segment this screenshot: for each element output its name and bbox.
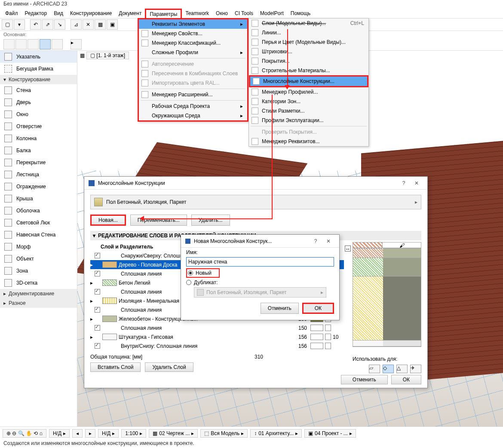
nd-2[interactable]: Н/Д ▸ [98, 429, 119, 438]
checkbox[interactable] [95, 307, 100, 313]
checkbox[interactable] [95, 289, 100, 295]
menu-item-environment[interactable]: Окружающая Среда▸ [139, 111, 247, 120]
layer-row-inner-bottom[interactable]: Внутри/Снизу: Сплошная линия156 [90, 341, 344, 350]
rename-composite-button[interactable]: Переименовать... [130, 215, 187, 226]
tool-slab[interactable]: Перекрытие [0, 156, 77, 169]
menu-item-complex-profiles[interactable]: Сложные Профили▸ [139, 48, 247, 57]
menu-item-classification-manager[interactable]: Менеджер Классификаций... [139, 38, 247, 48]
tab-floor1[interactable]: ▢ [1. 1-й этаж] [86, 52, 129, 59]
radio-duplicate[interactable]: Дубликат: [186, 279, 334, 285]
submenu-operation-profiles[interactable]: Профили Эксплуатации... [249, 116, 368, 125]
tool-wall[interactable]: Стена [0, 84, 77, 96]
submenu-composites[interactable]: Многослойные Конструкции... [249, 75, 368, 87]
measure-icon[interactable]: ⊿ [71, 19, 82, 30]
composite-name-input[interactable] [186, 257, 334, 267]
subtool-3-icon[interactable] [28, 39, 39, 49]
menu-view[interactable]: Вид [50, 9, 67, 18]
new-icon[interactable]: ▢ [2, 19, 13, 30]
undo-icon[interactable]: ↶ [30, 19, 41, 30]
composite-selector[interactable]: Пол Бетонный, Изоляция, Паркет ▸ [90, 195, 421, 209]
tool-skylight[interactable]: Световой Люк [0, 217, 77, 229]
menu-modelport[interactable]: ModelPort [257, 9, 287, 18]
menu-teamwork[interactable]: Teamwork [182, 9, 212, 18]
submenu-pens[interactable]: Перья и Цвет (Модельные Виды)... [249, 37, 368, 47]
grid-icon[interactable]: ▦ [95, 19, 106, 30]
tool-group-document[interactable]: ▸Документирование [0, 289, 77, 298]
redo-icon[interactable]: ⇗ [42, 19, 53, 30]
new-composite-button[interactable]: Новая... [90, 215, 126, 226]
submenu-profile-manager[interactable]: Менеджер Профилей... [249, 87, 368, 97]
checkbox[interactable] [95, 253, 100, 258]
menu-item-addon-manager[interactable]: Менеджер Расширений... [139, 90, 247, 99]
submenu-building-materials[interactable]: Строительные Материалы... [249, 66, 368, 75]
use-shell-icon[interactable]: ✈ [410, 365, 421, 373]
menu-item-property-manager[interactable]: Менеджер Свойств... [139, 29, 247, 38]
use-wall-icon[interactable]: ▱ [369, 365, 380, 373]
tool-object[interactable]: Объект [0, 253, 77, 265]
tool-mesh[interactable]: 3D-сетка [0, 277, 77, 289]
tool-window[interactable]: Окно [0, 108, 77, 120]
submenu-layers[interactable]: Слои (Модельные Виды)...Ctrl+L [249, 18, 368, 28]
help-button[interactable]: ? [309, 238, 322, 244]
checkbox[interactable] [95, 271, 100, 276]
tool-beam[interactable]: Балка [0, 144, 77, 156]
open-icon[interactable]: ▾ [14, 19, 25, 30]
drawing-dropdown[interactable]: ▦ 02 Чертеж ... ▸ [149, 429, 198, 438]
delete-composite-button[interactable]: Удалить... [191, 215, 230, 226]
nd-1[interactable]: Н/Д ▸ [49, 429, 70, 438]
help-button[interactable]: ? [397, 180, 410, 186]
layer-row-plaster[interactable]: ▸Штукатурка - Гипсовая15610 [90, 332, 344, 341]
tool-morph[interactable]: Морф [0, 241, 77, 253]
composites-cancel-button[interactable]: Отменить [341, 375, 388, 384]
menu-parameters[interactable]: Параметры [145, 9, 182, 18]
tool-group-misc[interactable]: ▸Разное [0, 298, 77, 308]
use-roof-icon[interactable]: △ [396, 365, 408, 373]
tool-railing[interactable]: Ограждение [0, 181, 77, 193]
submenu-surfaces[interactable]: Покрытия... [249, 56, 368, 66]
composites-ok-button[interactable]: ОК [391, 375, 421, 384]
tool-stair[interactable]: Лестница [0, 169, 77, 181]
menu-item-work-environment[interactable]: Рабочая Среда Проекта▸ [139, 101, 247, 111]
submenu-markup-styles[interactable]: Стили Разметки... [249, 106, 368, 116]
tool-group-construct[interactable]: ▾Конструирование [0, 75, 77, 84]
tool-column[interactable]: Колонна [0, 132, 77, 144]
checkbox[interactable] [95, 343, 100, 349]
menu-file[interactable]: Файл [2, 9, 21, 18]
submenu-zone-categories[interactable]: Категории Зон... [249, 97, 368, 106]
zoom-tools[interactable]: ⊕ ⊖ 🔍 ✋ ⟲ ⌂ [3, 429, 46, 438]
checkbox[interactable] [95, 325, 100, 331]
pick-icon[interactable]: ↘ [54, 19, 65, 30]
new-dialog-ok-button[interactable]: ОК [302, 303, 334, 314]
tool-pointer[interactable]: Указатель [0, 51, 77, 63]
tool-curtainwall[interactable]: Навесная Стена [0, 229, 77, 241]
use-slab-icon[interactable]: ◇ [383, 365, 394, 373]
subtool-2-icon[interactable] [15, 39, 27, 49]
menu-citools[interactable]: CI Tools [231, 9, 257, 18]
subtool-pointer-icon[interactable]: ▸ [71, 39, 82, 49]
radio-new[interactable]: Новый [186, 268, 220, 278]
tool-opening[interactable]: Отверстие [0, 120, 77, 132]
remove-layer-button[interactable]: Удалить Слой [145, 362, 193, 372]
submenu-lines[interactable]: Линии... [249, 28, 368, 37]
close-button[interactable]: ✕ [322, 238, 335, 244]
tab-grid-icon[interactable]: ▦ [80, 52, 85, 58]
menu-construct[interactable]: Конструирование [67, 9, 115, 18]
tool-zone[interactable]: Зона [0, 265, 77, 277]
subtool-4-icon[interactable] [40, 39, 51, 49]
snap-icon[interactable]: ▣ [107, 19, 118, 30]
menu-item-element-attributes[interactable]: Реквизиты Элементов▸ [139, 19, 247, 29]
dim-icon[interactable]: ✕ [83, 19, 94, 30]
menu-editor[interactable]: Редактор [21, 9, 51, 18]
tool-shell[interactable]: Оболочка [0, 205, 77, 217]
menu-help[interactable]: Помощь [287, 9, 314, 18]
submenu-attribute-manager[interactable]: Менеджер Реквизитов... [249, 137, 368, 146]
insert-layer-button[interactable]: Вставить Слой [90, 362, 141, 372]
menu-window[interactable]: Окно [212, 9, 231, 18]
nav-back[interactable]: ◂ [72, 429, 83, 438]
tool-marquee[interactable]: Бегущая Рамка [0, 63, 77, 75]
scale-dropdown[interactable]: 1:100 ▸ [121, 429, 146, 438]
menu-document[interactable]: Документ [115, 9, 145, 18]
new-dialog-cancel-button[interactable]: Отменить [261, 303, 299, 314]
layer-row[interactable]: Сплошная линия150 [90, 323, 344, 332]
project-dropdown[interactable]: ▣ 04 Проект - ... ▸ [304, 429, 356, 438]
